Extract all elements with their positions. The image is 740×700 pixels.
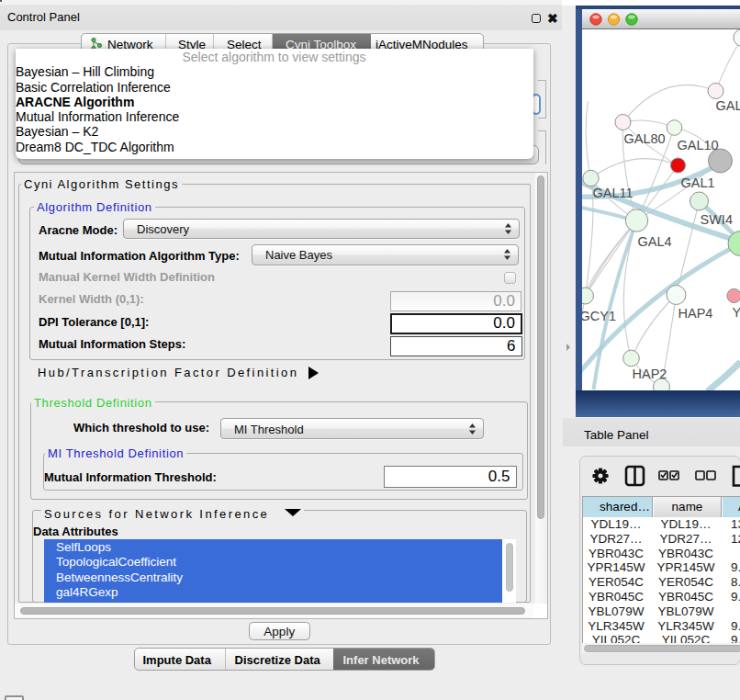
svg-text:GCY1: GCY1	[582, 309, 616, 323]
svg-text:GAL1: GAL1	[680, 175, 714, 190]
svg-text:HAP4: HAP4	[678, 306, 712, 321]
svg-text:GAL2: GAL2	[715, 98, 740, 113]
svg-text:GAL4: GAL4	[637, 234, 671, 249]
svg-text:Y: Y	[732, 305, 740, 320]
svg-text:GAL10: GAL10	[677, 138, 718, 152]
svg-text:GAL11: GAL11	[592, 186, 633, 200]
svg-text:SWI4: SWI4	[700, 212, 732, 227]
svg-text:GAL80: GAL80	[623, 131, 665, 146]
svg-text:HAP2: HAP2	[632, 367, 667, 381]
